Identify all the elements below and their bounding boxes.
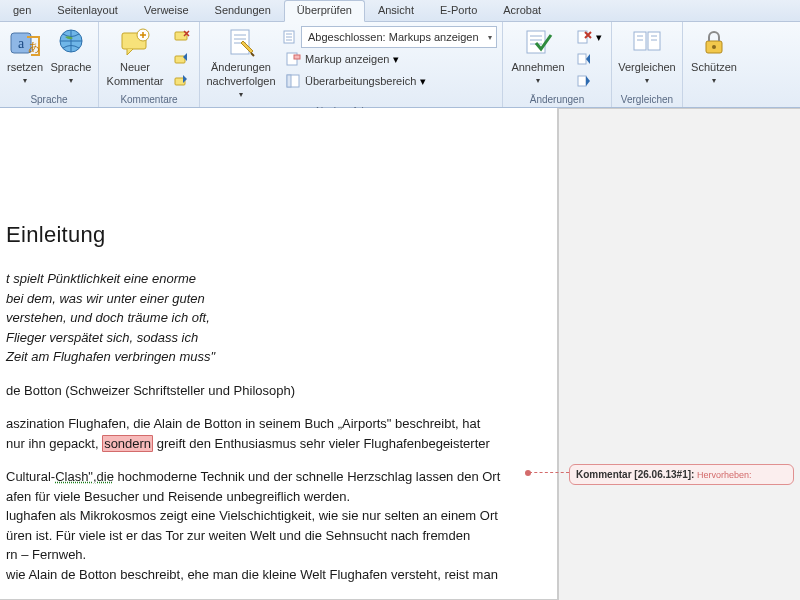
svg-rect-9 (231, 30, 249, 54)
body-text: Zeit am Flughafen verbringen muss" (6, 349, 215, 364)
new-comment-label-2: Kommentar (107, 75, 164, 87)
tab-acrobat[interactable]: Acrobat (490, 0, 554, 21)
new-comment-button[interactable]: Neuer Kommentar (103, 24, 167, 90)
dropdown-arrow-icon: ▾ (420, 75, 426, 88)
reviewing-pane-label: Überarbeitungsbereich (305, 75, 416, 87)
compare-label: Vergleichen (618, 61, 676, 73)
markup-margin: Kommentar [26.06.13#1]: Hervorheben: (558, 108, 800, 600)
delete-comment-button[interactable] (169, 26, 195, 48)
translate-label: rsetzen (7, 61, 43, 73)
document-page[interactable]: Einleitung t spielt Pünktlichkeit eine e… (0, 108, 558, 600)
display-for-review-combo[interactable]: Abgeschlossen: Markups anzeigen ▾ (301, 26, 497, 48)
dropdown-arrow-icon: ▾ (69, 75, 73, 87)
body-text: wie Alain de Botton beschreibt, ehe man … (6, 565, 529, 585)
ribbon-tabs: gen Seitenlayout Verweise Sendungen Über… (0, 0, 800, 22)
show-markup-button[interactable]: Markup anzeigen ▾ (280, 48, 498, 70)
display-for-review-value: Abgeschlossen: Markups anzeigen (308, 31, 482, 43)
body-text: aszination Flughafen, die Alain de Botto… (6, 416, 480, 431)
document-area: Einleitung t spielt Pünktlichkeit eine e… (0, 108, 800, 600)
accept-label: Annehmen (511, 61, 564, 73)
reviewing-pane-button[interactable]: Überarbeitungsbereich ▾ (280, 70, 498, 92)
lock-icon (698, 27, 730, 59)
group-label-sprache: Sprache (4, 92, 94, 107)
tab-ansicht[interactable]: Ansicht (365, 0, 427, 21)
body-text: de Botton (Schweizer Schriftsteller und … (6, 381, 529, 401)
ribbon: aあ rsetzen ▾ Sprache ▾ Sprache Neuer (0, 22, 800, 108)
new-comment-icon (119, 27, 151, 59)
tab-verweise[interactable]: Verweise (131, 0, 202, 21)
body-text: Cultural- (6, 469, 55, 484)
track-changes-icon (225, 27, 257, 59)
track-changes-label-1: Änderungen (211, 61, 271, 73)
group-sprache: aあ rsetzen ▾ Sprache ▾ Sprache (0, 22, 99, 107)
track-changes-button[interactable]: Änderungen nachverfolgen ▾ (204, 24, 278, 104)
comment-label: Kommentar [26.06.13#1]: (576, 469, 694, 480)
group-aenderungen: Annehmen ▾ ▾ Änderungen (503, 22, 612, 107)
dropdown-arrow-icon: ▾ (239, 90, 243, 99)
next-change-icon (576, 73, 592, 89)
protect-label: Schützen (691, 61, 737, 73)
tab-seitenlayout[interactable]: Seitenlayout (44, 0, 131, 21)
body-text: verstehen, und doch träume ich oft, (6, 310, 210, 325)
compare-icon (631, 27, 663, 59)
tab-eporto[interactable]: E-Porto (427, 0, 490, 21)
accept-button[interactable]: Annehmen ▾ (507, 24, 569, 90)
dropdown-arrow-icon: ▾ (712, 75, 716, 87)
svg-rect-17 (578, 54, 586, 64)
body-text: lughafen als Mikrokosmos zeigt eine Viel… (6, 508, 498, 523)
svg-text:a: a (18, 36, 25, 51)
group-label-kommentare: Kommentare (103, 92, 195, 107)
group-label-vergleichen: Vergleichen (616, 92, 678, 107)
reject-button[interactable]: ▾ (571, 26, 607, 48)
body-text: t spielt Pünktlichkeit eine enorme (6, 271, 196, 286)
group-label-schuetzen (687, 92, 741, 107)
globe-icon (55, 27, 87, 59)
dropdown-arrow-icon: ▾ (536, 75, 540, 87)
dropdown-arrow-icon: ▾ (23, 75, 27, 87)
delete-comment-icon (174, 29, 190, 45)
svg-text:あ: あ (28, 40, 40, 54)
group-kommentare: Neuer Kommentar Kommentare (99, 22, 200, 107)
next-change-button[interactable] (571, 70, 607, 92)
prev-change-icon (576, 51, 592, 67)
dropdown-arrow-icon: ▾ (393, 53, 399, 66)
tab-sendungen[interactable]: Sendungen (202, 0, 284, 21)
grammar-marked-text: Clash",die (55, 469, 114, 484)
body-text: rn – Fernweh. (6, 547, 86, 562)
svg-rect-14 (287, 75, 291, 87)
compare-button[interactable]: Vergleichen ▾ (616, 24, 678, 90)
group-schuetzen: Schützen ▾ (683, 22, 745, 107)
svg-rect-12 (294, 55, 300, 59)
tab-truncated[interactable]: gen (0, 0, 44, 21)
reviewing-pane-icon (285, 73, 301, 89)
next-comment-icon (174, 73, 190, 89)
translate-icon: aあ (9, 27, 41, 59)
next-comment-button[interactable] (169, 70, 195, 92)
accept-icon (522, 27, 554, 59)
body-text: afen für viele Besucher und Reisende unb… (6, 489, 350, 504)
group-nachverfolgung: Änderungen nachverfolgen ▾ Abgeschlossen… (200, 22, 503, 107)
body-text: bei dem, was wir unter einer guten (6, 291, 205, 306)
comment-balloon[interactable]: Kommentar [26.06.13#1]: Hervorheben: (569, 464, 794, 485)
show-markup-icon (285, 51, 301, 67)
heading-einleitung: Einleitung (6, 218, 529, 251)
dropdown-arrow-icon: ▾ (645, 75, 649, 87)
body-text: Flieger verspätet sich, sodass ich (6, 330, 198, 345)
tab-ueberpruefen[interactable]: Überprüfen (284, 0, 365, 22)
prev-change-button[interactable] (571, 48, 607, 70)
comment-body: Hervorheben: (694, 470, 751, 480)
prev-comment-button[interactable] (169, 48, 195, 70)
comment-leader-line (529, 472, 569, 473)
translate-button[interactable]: aあ rsetzen ▾ (4, 24, 46, 90)
group-vergleichen: Vergleichen ▾ Vergleichen (612, 22, 683, 107)
dropdown-arrow-icon: ▾ (486, 33, 494, 42)
body-text: nur ihn gepackt, (6, 436, 102, 451)
show-markup-label: Markup anzeigen (305, 53, 389, 65)
new-comment-label-1: Neuer (120, 61, 150, 73)
body-text: üren ist. Für viele ist er das Tor zur w… (6, 528, 470, 543)
svg-rect-20 (648, 32, 660, 50)
language-button[interactable]: Sprache ▾ (48, 24, 94, 90)
language-label: Sprache (51, 61, 92, 73)
document-icon (281, 29, 297, 45)
protect-button[interactable]: Schützen ▾ (687, 24, 741, 90)
